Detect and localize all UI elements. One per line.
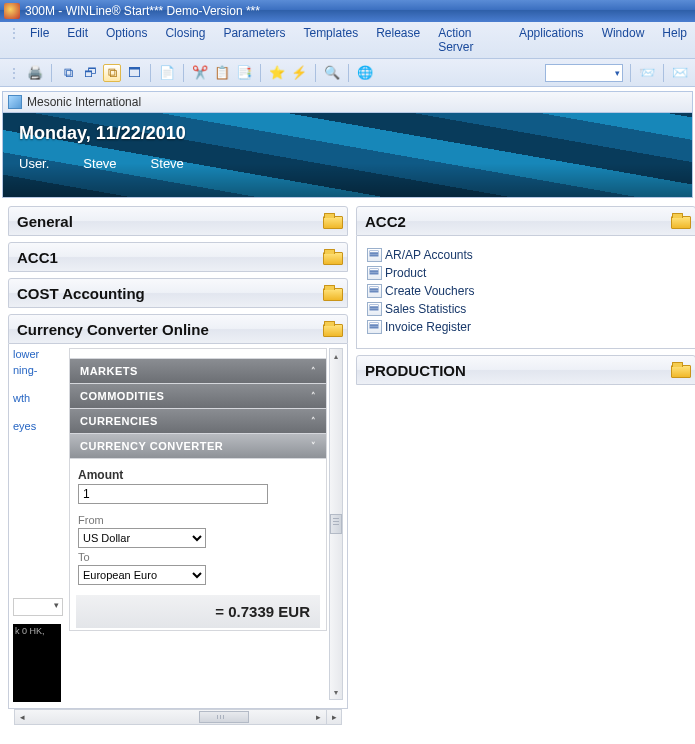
subwindow-title: Mesonic International <box>27 95 141 109</box>
panel-cost-accounting[interactable]: COST Accounting <box>8 278 348 308</box>
menubar-grip-icon: ⋮ <box>8 26 20 54</box>
panel-acc1[interactable]: ACC1 <box>8 242 348 272</box>
currency-panel-body: lower ning- wth eyes k 0 HK, MARKET <box>8 344 348 709</box>
item-product[interactable]: Product <box>385 264 687 282</box>
panel-acc2[interactable]: ACC2 <box>356 206 695 236</box>
menu-closing[interactable]: Closing <box>165 26 205 54</box>
panel-acc2-body: AR/AP Accounts Product Create Vouchers S… <box>356 236 695 349</box>
tab-markets-label: MARKETS <box>80 365 138 377</box>
tab-markets[interactable]: MARKETS ˄ <box>70 359 326 384</box>
toolbar-dropdown[interactable]: ▾ <box>545 64 623 82</box>
tab-currency-converter[interactable]: CURRENCY CONVERTER ˅ <box>70 434 326 459</box>
document-icon[interactable]: 📄 <box>158 64 176 82</box>
amount-input[interactable] <box>78 484 268 504</box>
menu-options[interactable]: Options <box>106 26 147 54</box>
scroll-down-icon[interactable]: ▾ <box>330 685 342 699</box>
menu-file[interactable]: File <box>30 26 49 54</box>
horizontal-scrollbar[interactable]: ◂ ▸ ▸ <box>14 709 342 725</box>
window-arrange-icon[interactable]: 🗖 <box>125 64 143 82</box>
window-titlebar: 300M - WINLine® Start*** Demo-Version **… <box>0 0 695 22</box>
amount-label: Amount <box>78 468 318 482</box>
scroll-thumb[interactable] <box>330 514 342 534</box>
currency-aux-dropdown[interactable] <box>13 598 63 616</box>
tab-converter-label: CURRENCY CONVERTER <box>80 440 223 452</box>
banner-col-user: User. <box>19 156 49 171</box>
action-icon[interactable]: ⚡ <box>290 64 308 82</box>
vertical-scrollbar[interactable]: ▴ ▾ <box>329 348 343 700</box>
search-icon[interactable]: 🔍 <box>323 64 341 82</box>
scroll-left-icon[interactable]: ◂ <box>15 710 30 724</box>
globe-icon[interactable]: 🌐 <box>356 64 374 82</box>
panel-general-label: General <box>17 213 73 230</box>
side-link[interactable]: lower <box>13 348 65 360</box>
mail-icon[interactable]: ✉️ <box>671 64 689 82</box>
panel-cost-label: COST Accounting <box>17 285 145 302</box>
conversion-result: = 0.7339 EUR <box>76 595 320 628</box>
menu-release[interactable]: Release <box>376 26 420 54</box>
currency-ticker-block: k 0 HK, <box>13 624 61 702</box>
panel-currency-converter[interactable]: Currency Converter Online <box>8 314 348 344</box>
start-banner: Monday, 11/22/2010 User. Steve Steve <box>2 112 693 198</box>
panel-production-label: PRODUCTION <box>365 362 466 379</box>
folder-icon <box>323 213 341 227</box>
menu-applications[interactable]: Applications <box>519 26 584 54</box>
folder-icon <box>323 249 341 263</box>
scroll-up-icon[interactable]: ▴ <box>330 349 342 363</box>
to-label: To <box>78 551 318 563</box>
print-icon[interactable]: 🖨️ <box>26 64 44 82</box>
favorite-icon[interactable]: ⭐ <box>268 64 286 82</box>
from-select[interactable]: US Dollar <box>78 528 206 548</box>
panel-production[interactable]: PRODUCTION <box>356 355 695 385</box>
tab-commodities[interactable]: COMMODITIES ˄ <box>70 384 326 409</box>
chevron-up-icon: ˄ <box>311 416 317 426</box>
folder-icon <box>671 362 689 376</box>
cut-icon[interactable]: ✂️ <box>191 64 209 82</box>
window-new-icon[interactable]: ⧉ <box>59 64 77 82</box>
panel-acc1-label: ACC1 <box>17 249 58 266</box>
side-link[interactable]: ning- <box>13 364 65 376</box>
menu-window[interactable]: Window <box>602 26 645 54</box>
to-select[interactable]: European Euro <box>78 565 206 585</box>
app-icon <box>4 3 20 19</box>
toolbar-grip-icon: ⋮ <box>6 66 22 80</box>
tab-currencies-label: CURRENCIES <box>80 415 158 427</box>
banner-col-name1: Steve <box>83 156 116 171</box>
main-toolbar: ⋮ 🖨️ ⧉ 🗗 ⧉ 🗖 📄 ✂️ 📋 📑 ⭐ ⚡ 🔍 🌐 ▾ 📨 ✉️ <box>0 59 695 87</box>
item-sales-statistics[interactable]: Sales Statistics <box>385 300 687 318</box>
window-cascade-icon[interactable]: 🗗 <box>81 64 99 82</box>
window-title: 300M - WINLine® Start*** Demo-Version **… <box>25 4 260 18</box>
menu-help[interactable]: Help <box>662 26 687 54</box>
item-invoice-register[interactable]: Invoice Register <box>385 318 687 336</box>
paste-icon[interactable]: 📑 <box>235 64 253 82</box>
tab-currencies[interactable]: CURRENCIES ˄ <box>70 409 326 434</box>
menu-edit[interactable]: Edit <box>67 26 88 54</box>
folder-icon <box>671 213 689 227</box>
folder-icon <box>323 285 341 299</box>
chevron-up-icon: ˄ <box>311 391 317 401</box>
currency-side-links: lower ning- wth eyes <box>13 348 65 436</box>
menu-templates[interactable]: Templates <box>303 26 358 54</box>
item-ar-ap-accounts[interactable]: AR/AP Accounts <box>385 246 687 264</box>
menu-action-server[interactable]: Action Server <box>438 26 501 54</box>
panel-acc2-label: ACC2 <box>365 213 406 230</box>
scroll-corner-icon: ▸ <box>326 710 341 724</box>
side-link[interactable]: eyes <box>13 420 65 432</box>
side-link[interactable]: wth <box>13 392 65 404</box>
folder-icon <box>323 321 341 335</box>
mail-open-icon[interactable]: 📨 <box>638 64 656 82</box>
scroll-right-icon[interactable]: ▸ <box>311 710 326 724</box>
window-tile-icon[interactable]: ⧉ <box>103 64 121 82</box>
subwindow-icon <box>8 95 22 109</box>
chevron-down-icon: ˅ <box>311 441 317 451</box>
hscroll-thumb[interactable] <box>199 711 249 723</box>
panel-currency-label: Currency Converter Online <box>17 321 209 338</box>
banner-col-name2: Steve <box>151 156 184 171</box>
chevron-up-icon: ˄ <box>311 366 317 376</box>
copy-icon[interactable]: 📋 <box>213 64 231 82</box>
menu-parameters[interactable]: Parameters <box>223 26 285 54</box>
main-menubar: ⋮ File Edit Options Closing Parameters T… <box>0 22 695 59</box>
panel-general[interactable]: General <box>8 206 348 236</box>
tab-commodities-label: COMMODITIES <box>80 390 164 402</box>
item-create-vouchers[interactable]: Create Vouchers <box>385 282 687 300</box>
banner-date: Monday, 11/22/2010 <box>19 123 676 144</box>
